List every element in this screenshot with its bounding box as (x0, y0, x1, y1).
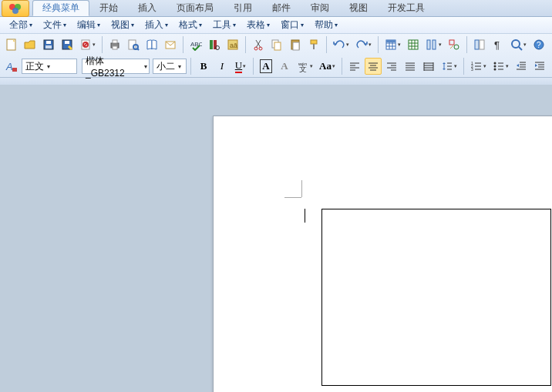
save-button[interactable] (40, 36, 57, 53)
tab-view[interactable]: 视图 (339, 0, 378, 16)
increase-indent-button[interactable] (531, 58, 548, 75)
office-button[interactable] (2, 0, 29, 17)
document-page[interactable] (213, 116, 552, 392)
align-justify-button[interactable] (402, 58, 419, 75)
email-button[interactable] (162, 36, 179, 53)
new-button[interactable] (3, 36, 20, 53)
align-center-button[interactable] (365, 58, 382, 75)
char-border-button[interactable]: A (257, 58, 274, 75)
svg-text:?: ? (537, 41, 541, 49)
font-size-combo[interactable]: 小二▾ (153, 59, 187, 74)
numbering-button[interactable]: 123▾ (468, 58, 489, 75)
style-combo[interactable]: 正文▾ (22, 59, 77, 74)
print-preview-button[interactable] (125, 36, 142, 53)
research-button[interactable] (206, 36, 223, 53)
svg-text:¶: ¶ (494, 39, 500, 51)
menu-insert[interactable]: 插入▾ (140, 17, 173, 33)
svg-rect-28 (274, 42, 281, 50)
bold-button[interactable]: B (195, 58, 212, 75)
separator (463, 58, 464, 75)
chevron-down-icon: ▾ (301, 22, 304, 28)
menu-file[interactable]: 文件▾ (39, 17, 71, 33)
bullets-button[interactable]: ▾ (490, 58, 511, 75)
svg-rect-46 (449, 40, 454, 45)
tab-page-layout[interactable]: 页面布局 (167, 0, 224, 16)
separator (466, 36, 467, 53)
decrease-indent-button[interactable] (513, 58, 530, 75)
menu-window[interactable]: 窗口▾ (276, 17, 308, 33)
chevron-down-icon: ▾ (233, 22, 236, 28)
tab-mailings[interactable]: 邮件 (262, 0, 301, 16)
insert-table-button[interactable]: ▾ (382, 36, 403, 53)
menu-help[interactable]: 帮助▾ (310, 17, 342, 33)
align-distributed-button[interactable] (420, 58, 437, 75)
inserted-textbox-shape[interactable] (321, 209, 551, 386)
align-left-button[interactable] (346, 58, 363, 75)
svg-rect-49 (475, 40, 479, 49)
save-as-button[interactable] (59, 36, 76, 53)
help-button[interactable]: ? (530, 36, 547, 53)
menu-view[interactable]: 视图▾ (106, 17, 139, 33)
separator (102, 36, 103, 53)
toolbar-row-2: A 正文▾ 楷体_GB2312▾ 小二▾ B I U▾ A A wén文▾ Aa… (0, 55, 552, 77)
phonetic-guide-button[interactable]: wén文▾ (295, 58, 315, 75)
tab-review[interactable]: 审阅 (301, 0, 339, 16)
svg-rect-44 (427, 40, 430, 49)
paste-button[interactable] (287, 36, 304, 53)
menu-tools[interactable]: 工具▾ (208, 17, 241, 33)
italic-button[interactable]: I (214, 58, 231, 75)
show-hide-button[interactable]: ¶ (490, 36, 507, 53)
format-painter-button[interactable] (305, 36, 322, 53)
font-combo[interactable]: 楷体_GB2312▾ (82, 59, 150, 74)
define-button[interactable]: aā (224, 36, 241, 53)
permission-button[interactable]: ▾ (77, 36, 98, 53)
char-shading-button[interactable]: A (276, 58, 293, 75)
separator (378, 36, 379, 53)
print-button[interactable] (106, 36, 123, 53)
svg-point-93 (493, 65, 496, 68)
tab-home[interactable]: 开始 (89, 0, 128, 16)
menu-view-label: 视图 (111, 18, 130, 32)
svg-text:A: A (5, 61, 13, 72)
tab-developer[interactable]: 开发工具 (378, 0, 435, 16)
chevron-down-icon: ▾ (63, 22, 66, 28)
svg-rect-20 (210, 40, 213, 49)
cut-button[interactable] (250, 36, 267, 53)
menu-format[interactable]: 格式▾ (174, 17, 207, 33)
separator (342, 58, 342, 75)
underline-button[interactable]: U▾ (232, 58, 249, 75)
align-right-button[interactable] (383, 58, 400, 75)
svg-point-94 (493, 69, 496, 71)
menu-all-label: 全部 (9, 18, 28, 32)
reading-layout-button[interactable] (143, 36, 160, 53)
doc-map-button[interactable] (471, 36, 488, 53)
menu-table-label: 表格 (247, 18, 265, 32)
char-border-glyph: A (260, 59, 271, 73)
tab-classic-menu[interactable]: 经典菜单 (32, 0, 89, 16)
tab-references[interactable]: 引用 (224, 0, 262, 16)
undo-button[interactable]: ▾ (331, 36, 352, 53)
svg-rect-50 (480, 40, 484, 49)
redo-button[interactable]: ▾ (353, 36, 374, 53)
copy-button[interactable] (268, 36, 285, 53)
menu-all[interactable]: 全部▾ (5, 17, 37, 33)
insert-worksheet-button[interactable] (405, 36, 422, 53)
separator (245, 36, 246, 53)
tab-insert[interactable]: 插入 (128, 0, 167, 16)
drawing-button[interactable] (446, 36, 463, 53)
zoom-button[interactable]: ▾ (508, 36, 529, 53)
spelling-button[interactable]: ABC (187, 36, 204, 53)
menu-table[interactable]: 表格▾ (242, 17, 274, 33)
menu-insert-label: 插入 (145, 18, 163, 32)
svg-text:aā: aā (230, 42, 237, 49)
styles-pane-button[interactable]: A (3, 58, 20, 75)
open-button[interactable] (22, 36, 39, 53)
font-size-value: 小二 (157, 60, 175, 73)
line-spacing-button[interactable]: ▾ (439, 58, 459, 75)
ribbon-tabstrip: 经典菜单 开始 插入 页面布局 引用 邮件 审阅 视图 开发工具 (0, 0, 552, 17)
change-case-button[interactable]: Aa▾ (317, 58, 338, 75)
document-area[interactable] (0, 85, 552, 392)
menu-edit[interactable]: 编辑▾ (72, 17, 105, 33)
margin-corner-mark (284, 197, 301, 198)
columns-button[interactable]: ▾ (423, 36, 444, 53)
